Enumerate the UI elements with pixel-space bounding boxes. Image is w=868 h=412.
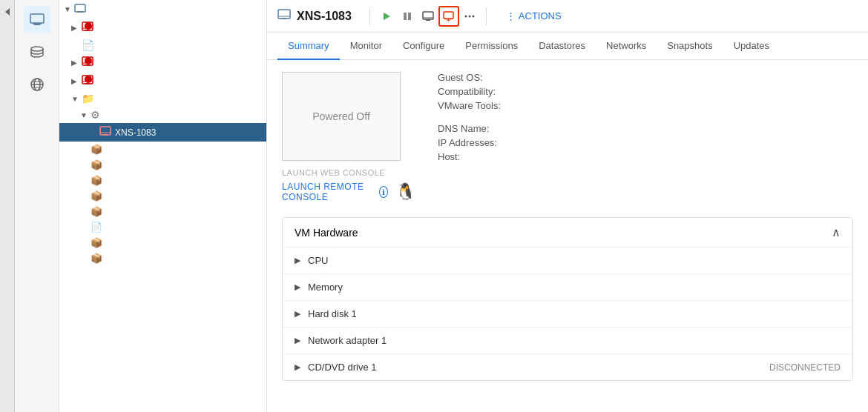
hardware-item-cddvd[interactable]: ▶ CD/DVD drive 1 DISCONNECTED: [283, 353, 852, 380]
console-button[interactable]: [418, 6, 438, 27]
svg-rect-1: [30, 14, 44, 23]
sidebar-icon-vm[interactable]: [24, 6, 50, 33]
svg-point-36: [468, 15, 470, 17]
more-options-button[interactable]: [459, 6, 480, 27]
launch-remote-wrapper: LAUNCH REMOTE CONSOLE ℹ 🐧: [282, 182, 415, 202]
svg-rect-32: [426, 19, 430, 21]
tab-configure[interactable]: Configure: [392, 33, 455, 60]
cddvd-label: CD/DVD drive 1: [308, 362, 376, 373]
svg-point-37: [472, 15, 474, 17]
remote-console-button[interactable]: [438, 6, 459, 27]
vm-preview: Powered Off LAUNCH WEB CONSOLE LAUNCH RE…: [282, 72, 415, 202]
vmware-tools-label: VMware Tools:: [438, 100, 527, 111]
svg-rect-29: [408, 13, 411, 20]
tree-item-file2[interactable]: 📄: [59, 219, 266, 235]
header-divider: [369, 7, 370, 25]
tree-item-xns1083[interactable]: XNS-1083: [59, 123, 266, 142]
linux-icon: 🐧: [395, 182, 415, 202]
tree-item-vm2[interactable]: ▶: [59, 53, 266, 72]
vm-title: XNS-1083: [297, 10, 352, 23]
tree-item-pkg4[interactable]: 📦: [59, 188, 266, 204]
tabs-bar: Summary Monitor Configure Permissions Da…: [267, 33, 868, 60]
vm-hardware-collapse-icon: ∧: [832, 225, 841, 239]
tab-networks[interactable]: Networks: [596, 33, 657, 60]
host-label: Host:: [438, 151, 527, 162]
tree-item-file1[interactable]: 📄: [59, 37, 266, 53]
svg-marker-0: [5, 8, 10, 16]
svg-point-35: [464, 15, 467, 17]
launch-remote-console[interactable]: LAUNCH REMOTE CONSOLE: [282, 182, 375, 202]
network-adapter-expand-icon: ▶: [295, 336, 300, 345]
svg-rect-24: [278, 10, 290, 19]
hardware-item-memory[interactable]: ▶ Memory: [283, 273, 852, 300]
content-area: Powered Off LAUNCH WEB CONSOLE LAUNCH RE…: [267, 60, 868, 412]
tree-item-vm1[interactable]: ▶: [59, 19, 266, 37]
tree-item-pkg5[interactable]: 📦: [59, 204, 266, 219]
hard-disk-expand-icon: ▶: [295, 309, 300, 319]
tree-item-vm3[interactable]: ▶: [59, 72, 266, 90]
ip-addresses-label: IP Addresses:: [438, 137, 527, 148]
expand-icon: ▼: [64, 5, 74, 13]
vm-screen-status: Powered Off: [312, 110, 370, 122]
hardware-item-hard-disk[interactable]: ▶ Hard disk 1: [283, 300, 852, 327]
header-divider-2: [486, 7, 487, 25]
vm-header: XNS-1083 ⋮ AC: [267, 0, 868, 33]
tree-item-settings[interactable]: ▼ ⚙: [59, 107, 266, 123]
tree-item-xns1083-label: XNS-1083: [115, 127, 156, 138]
tree-item-root[interactable]: ▼: [59, 0, 266, 19]
cddvd-expand-icon: ▶: [295, 362, 300, 372]
sidebar-icon-network[interactable]: [24, 71, 50, 98]
svg-rect-26: [282, 18, 286, 19]
svg-rect-28: [404, 13, 407, 20]
cpu-expand-icon: ▶: [295, 256, 300, 265]
tree-item-folder[interactable]: ▼ 📁: [59, 90, 266, 107]
tab-permissions[interactable]: Permissions: [455, 33, 528, 60]
svg-marker-27: [384, 13, 390, 20]
tab-datastores[interactable]: Datastores: [528, 33, 596, 60]
tree-item-pkg1[interactable]: 📦: [59, 142, 266, 157]
svg-rect-11: [77, 11, 83, 13]
svg-rect-23: [103, 134, 108, 136]
guest-os-label: Guest OS:: [438, 72, 527, 83]
sidebar-icon-storage[interactable]: [24, 39, 50, 65]
actions-dots-icon: ⋮: [506, 10, 516, 21]
svg-rect-33: [444, 12, 453, 19]
cpu-label: CPU: [308, 255, 328, 266]
vm-header-icon: [277, 8, 291, 24]
hard-disk-label: Hard disk 1: [308, 308, 357, 319]
vm-hardware-header[interactable]: VM Hardware ∧: [283, 218, 852, 247]
svg-rect-10: [75, 4, 85, 12]
svg-rect-17: [85, 64, 90, 66]
pause-button[interactable]: [397, 6, 418, 27]
compatibility-label: Compatibility:: [438, 86, 527, 97]
svg-rect-21: [100, 127, 111, 135]
launch-web-console[interactable]: LAUNCH WEB CONSOLE: [282, 168, 415, 177]
network-adapter-label: Network adapter 1: [308, 335, 387, 346]
memory-expand-icon: ▶: [295, 282, 300, 292]
cddvd-value: DISCONNECTED: [769, 362, 841, 373]
tree-item-pkg6[interactable]: 📦: [59, 235, 266, 250]
tab-snapshots[interactable]: Snapshots: [657, 33, 723, 60]
tree-item-pkg2[interactable]: 📦: [59, 157, 266, 173]
tab-summary[interactable]: Summary: [277, 33, 340, 60]
actions-label: ACTIONS: [519, 10, 562, 21]
hardware-item-cpu[interactable]: ▶ CPU: [283, 247, 852, 273]
memory-label: Memory: [308, 282, 343, 293]
sidebar-collapse-btn[interactable]: [0, 0, 15, 412]
svg-rect-20: [85, 83, 90, 84]
dns-name-label: DNS Name:: [438, 123, 527, 134]
vm-screen[interactable]: Powered Off: [282, 72, 401, 161]
power-on-button[interactable]: [376, 6, 397, 27]
svg-point-4: [31, 47, 43, 51]
vm-info: Guest OS: Compatibility: VMware Tools: D…: [438, 72, 853, 202]
tab-monitor[interactable]: Monitor: [340, 33, 392, 60]
remote-console-info-icon[interactable]: ℹ: [379, 186, 388, 198]
svg-rect-14: [85, 30, 90, 31]
tree-item-pkg3[interactable]: 📦: [59, 173, 266, 188]
actions-button[interactable]: ⋮ ACTIONS: [499, 7, 569, 24]
tree-item-pkg7[interactable]: 📦: [59, 250, 266, 266]
vm-hardware-label: VM Hardware: [295, 227, 358, 239]
hardware-item-network-adapter[interactable]: ▶ Network adapter 1: [283, 327, 852, 353]
tab-updates[interactable]: Updates: [723, 33, 780, 60]
vm-hardware-section: VM Hardware ∧ ▶ CPU ▶ Memory ▶ Hard disk…: [282, 217, 853, 381]
